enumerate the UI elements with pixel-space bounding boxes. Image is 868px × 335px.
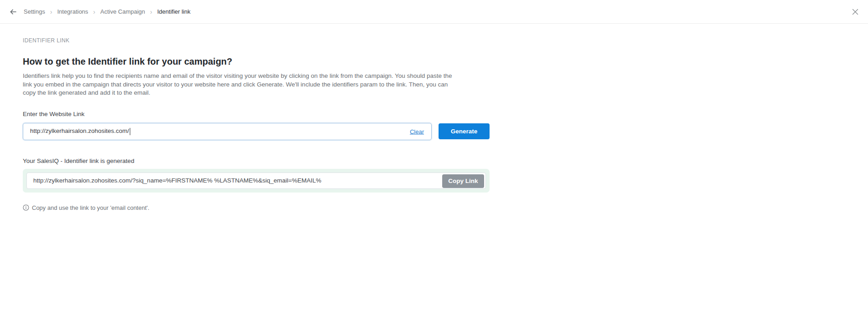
generated-link-container: http://zylkerhairsalon.zohosites.com/?si… xyxy=(23,169,490,193)
description-text: Identifiers link help you to find the re… xyxy=(23,72,454,97)
section-label: IDENTIFIER LINK xyxy=(23,37,868,44)
website-link-row: http://zylkerhairsalon.zohosites.com/ Cl… xyxy=(23,123,868,140)
generated-link-label: Your SalesIQ - Identifier link is genera… xyxy=(23,157,868,164)
page-title: How to get the Identifier link for your … xyxy=(23,56,868,67)
breadcrumb-identifier-link: Identifier link xyxy=(157,8,190,15)
note-text: Copy and use the link to your 'email con… xyxy=(32,204,149,211)
text-caret xyxy=(130,128,130,135)
website-link-value: http://zylkerhairsalon.zohosites.com/ xyxy=(30,127,130,135)
email-content-note: Copy and use the link to your 'email con… xyxy=(23,204,868,211)
generated-link-value: http://zylkerhairsalon.zohosites.com/?si… xyxy=(33,177,322,184)
breadcrumb: Settings › Integrations › Active Campaig… xyxy=(24,8,190,15)
breadcrumb-active-campaign[interactable]: Active Campaign xyxy=(100,8,145,15)
generate-button[interactable]: Generate xyxy=(439,123,490,139)
generated-link-field[interactable]: http://zylkerhairsalon.zohosites.com/?si… xyxy=(26,173,486,189)
identifier-link-panel: IDENTIFIER LINK How to get the Identifie… xyxy=(0,24,868,211)
back-button[interactable] xyxy=(8,7,18,17)
copy-link-button[interactable]: Copy Link xyxy=(442,174,484,188)
website-link-label: Enter the Website Link xyxy=(23,111,868,117)
breadcrumb-settings[interactable]: Settings xyxy=(24,8,45,15)
breadcrumb-integrations[interactable]: Integrations xyxy=(57,8,88,15)
clear-button[interactable]: Clear xyxy=(410,128,424,135)
close-button[interactable] xyxy=(851,7,860,16)
chevron-right-icon: › xyxy=(150,9,153,15)
arrow-left-icon xyxy=(9,8,17,16)
website-link-input[interactable]: http://zylkerhairsalon.zohosites.com/ Cl… xyxy=(23,123,432,140)
info-icon xyxy=(23,204,29,211)
chevron-right-icon: › xyxy=(93,9,96,15)
close-icon xyxy=(852,9,858,15)
top-bar: Settings › Integrations › Active Campaig… xyxy=(0,0,868,24)
chevron-right-icon: › xyxy=(50,9,52,15)
